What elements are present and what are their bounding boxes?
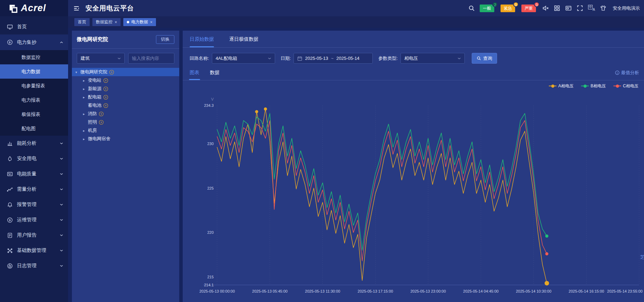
fullscreen-icon[interactable] — [577, 5, 583, 11]
chevron-down-icon — [60, 142, 63, 145]
alarm-badge-label: 严重 — [525, 6, 533, 11]
breadcrumb-tab-data-monitoring[interactable]: 数据监控 × — [92, 18, 121, 26]
sidebar-item-safe-electricity[interactable]: 安全用电 — [0, 151, 68, 166]
sidebar-item-user-report[interactable]: 用户报告 — [0, 228, 68, 243]
search-icon[interactable] — [468, 5, 475, 11]
alarm-badge-urgent[interactable]: 紧急 0 — [501, 5, 515, 12]
sidebar-item-log-management[interactable]: 日志管理 — [0, 258, 68, 273]
username[interactable]: 安全用电演示 — [613, 5, 640, 11]
tree-node-fire-protection[interactable]: ▸ 消防 — [72, 110, 179, 118]
sidebar-item-label: 电力集抄 — [17, 39, 36, 46]
sidebar: 首页 电力集抄 数据监控 电力数据 电参量报表 电力报表 极值报表 配电图 能耗… — [0, 16, 68, 302]
tab-chart-view[interactable]: 图表 — [190, 70, 199, 80]
chevron-down-icon — [60, 218, 63, 222]
tree-node-root[interactable]: ▾ 微电网研究院 — [72, 68, 179, 76]
power-bolt-icon — [109, 70, 114, 75]
tab-daily-extreme-data[interactable]: 逐日极值数据 — [229, 36, 258, 47]
screenshot-icon[interactable] — [565, 5, 572, 11]
theme-icon[interactable] — [600, 5, 606, 11]
breadcrumb-tab-home[interactable]: 首页 — [74, 18, 90, 26]
app-header: Acrel 安全用电云平台 一般 2 紧急 0 严重 0 — [0, 0, 644, 16]
svg-text:2025-05-14 10:30:00: 2025-05-14 10:30:00 — [516, 289, 551, 293]
alarm-count-badge: 0 — [534, 2, 539, 7]
power-bolt-icon — [103, 103, 108, 108]
max-analysis-link[interactable]: 最值分析 — [615, 70, 639, 76]
query-button[interactable]: 查询 — [472, 53, 497, 64]
alarm-badge-general[interactable]: 一般 2 — [480, 5, 494, 12]
svg-text:234.3: 234.3 — [204, 103, 214, 108]
tree-node-lighting[interactable]: 照明 — [72, 118, 179, 126]
logo: Acrel — [0, 0, 68, 16]
chevron-down-icon — [457, 57, 461, 60]
sidebar-item-energy-analysis[interactable]: 能耗分析 — [0, 136, 68, 151]
svg-text:2025-05-14 16:15:00: 2025-05-14 16:15:00 — [569, 289, 604, 293]
date-range-picker[interactable]: 2025-05-13 ~ 2025-05-14 — [294, 53, 373, 64]
legend-item-phase-c[interactable]: C相电压 — [613, 83, 638, 89]
collapse-menu-icon[interactable] — [73, 5, 80, 12]
sidebar-item-extreme-report[interactable]: 极值报表 — [0, 107, 68, 121]
legend-item-phase-a[interactable]: A相电压 — [549, 83, 573, 89]
alarm-badge-critical[interactable]: 严重 0 — [521, 5, 536, 12]
circuit-label: 回路名称: — [190, 55, 209, 62]
page-title: 安全用电云平台 — [85, 4, 134, 13]
sidebar-item-ops-management[interactable]: 运维管理 — [0, 212, 68, 228]
switch-button[interactable]: 切换 — [156, 35, 174, 44]
alarm-badge-label: 紧急 — [504, 6, 512, 11]
sidebar-item-demand-analysis[interactable]: 需量分析 — [0, 182, 68, 197]
tree-node-new-energy[interactable]: ▸ 新能源 — [72, 85, 179, 93]
meter-icon — [7, 39, 13, 45]
calendar-icon — [297, 56, 302, 61]
caret-collapsed-icon[interactable]: ▸ — [83, 137, 88, 141]
caret-collapsed-icon[interactable]: ▸ — [83, 112, 88, 116]
translate-icon[interactable]: 中A — [588, 5, 595, 11]
power-bolt-icon — [103, 78, 108, 83]
caret-collapsed-icon[interactable]: ▸ — [83, 95, 88, 99]
date-start: 2025-05-13 — [305, 56, 328, 61]
sidebar-item-base-data[interactable]: 基础数据管理 — [0, 243, 68, 258]
caret-collapsed-icon[interactable]: ▸ — [83, 87, 88, 91]
mute-icon[interactable] — [542, 5, 549, 11]
tree-type-select[interactable]: 建筑 — [77, 53, 125, 64]
sidebar-item-power-quality[interactable]: 电能质量 — [0, 166, 68, 182]
network-icon — [7, 248, 13, 254]
circuit-select[interactable]: 4AL配电箱 — [212, 53, 275, 64]
tree-node-dormitory[interactable]: ▸ 微电网宿舍 — [72, 135, 179, 143]
caret-collapsed-icon[interactable]: ▸ — [83, 79, 88, 82]
logo-text: Acrel — [21, 3, 46, 14]
tree-node-battery[interactable]: 蓄电池 — [72, 101, 179, 110]
param-type-label: 参数类型: — [378, 55, 398, 62]
tab-daily-raw-data[interactable]: 日原始数据 — [190, 36, 214, 47]
sidebar-item-power-data[interactable]: 电力数据 — [0, 64, 68, 79]
tab-data-view[interactable]: 数据 — [210, 70, 220, 80]
sidebar-item-power-report[interactable]: 电力报表 — [0, 93, 68, 107]
close-icon[interactable]: × — [115, 20, 117, 24]
tree-search-input[interactable] — [128, 53, 174, 64]
sidebar-item-parameter-report[interactable]: 电参量报表 — [0, 79, 68, 93]
filter-bar: 回路名称: 4AL配电箱 日期: 2025-05-13 ~ 2025-05-14… — [190, 53, 644, 64]
apps-grid-icon[interactable] — [554, 5, 560, 11]
sidebar-item-power-metering[interactable]: 电力集抄 — [0, 34, 68, 50]
energy-bars-icon — [7, 141, 13, 146]
svg-text:220: 220 — [207, 230, 214, 235]
svg-text:2025-05-13 11:30:00: 2025-05-13 11:30:00 — [305, 289, 340, 293]
log-icon — [7, 263, 13, 269]
tree-node-distribution-box[interactable]: ▸ 配电箱 — [72, 93, 179, 101]
sidebar-item-data-monitoring[interactable]: 数据监控 — [0, 50, 68, 64]
breadcrumb-tab-power-data[interactable]: 电力数据 × — [123, 18, 156, 26]
caret-expanded-icon[interactable]: ▾ — [75, 70, 80, 74]
chart-legend: A相电压 B相电压 C相电压 — [183, 80, 644, 92]
sidebar-item-distribution-diagram[interactable]: 配电图 — [0, 121, 68, 136]
tree-node-substation[interactable]: ▸ 变电站 — [72, 76, 179, 85]
caret-collapsed-icon[interactable]: ▸ — [83, 129, 88, 133]
device-tree-panel: 微电网研究院 切换 建筑 ▾ 微电网研究院 ▸ 变电站 — [72, 31, 179, 302]
voltage-line-chart[interactable]: V234.3215220225230214.12025-05-13 00:00:… — [183, 92, 644, 302]
svg-text:2025-05-13 23:00:00: 2025-05-13 23:00:00 — [410, 289, 446, 293]
tree-node-machine-room[interactable]: ▸ 机房 — [72, 126, 179, 135]
close-icon[interactable]: × — [150, 20, 152, 24]
sidebar-item-home[interactable]: 首页 — [0, 19, 68, 34]
param-type-select[interactable]: 相电压 — [401, 53, 465, 64]
legend-item-phase-b[interactable]: B相电压 — [581, 83, 606, 89]
date-separator: ~ — [331, 56, 334, 61]
sidebar-item-alarm-management[interactable]: 报警管理 — [0, 197, 68, 212]
view-tabs: 图表 数据 最值分析 — [183, 64, 644, 80]
